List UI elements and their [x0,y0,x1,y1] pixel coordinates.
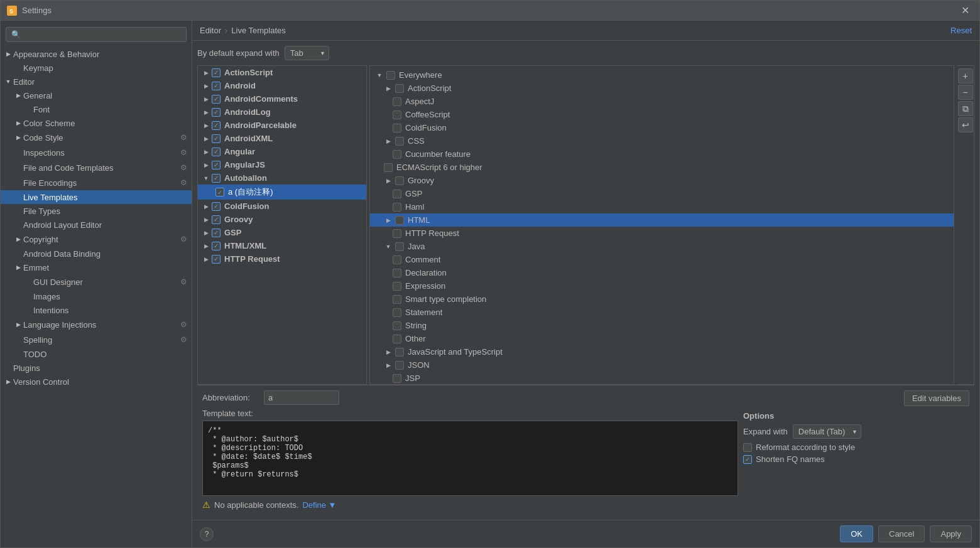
template-group-autoballon[interactable]: ▼ Autoballon [198,171,366,185]
context-item-jsp[interactable]: JSP [370,372,954,384]
apply-button[interactable]: Apply [930,525,972,542]
sidebar-item-gui-designer[interactable]: GUI Designer ⚙ [1,274,192,289]
context-checkbox[interactable] [395,176,404,185]
group-checkbox[interactable] [212,95,220,104]
context-checkbox[interactable] [393,321,401,330]
sidebar-item-emmet[interactable]: ▶ Emmet [1,261,192,274]
context-item-smart-type[interactable]: Smart type completion [370,293,954,306]
template-group-htmlxml[interactable]: ▶ HTML/XML [198,239,366,252]
context-item-expression[interactable]: Expression [370,279,954,293]
context-checkbox[interactable] [386,71,395,80]
template-group-coldfusion[interactable]: ▶ ColdFusion [198,200,366,213]
context-checkbox[interactable] [393,255,401,264]
sidebar-item-plugins[interactable]: Plugins [1,361,192,375]
expand-with-dropdown[interactable]: Default (Tab) [793,424,861,439]
add-button[interactable]: + [958,68,973,83]
context-item-html[interactable]: ▶ HTML [370,213,954,227]
context-checkbox[interactable] [395,137,404,146]
context-checkbox[interactable] [393,150,401,159]
sidebar-item-font[interactable]: Font [1,102,192,116]
sidebar-item-code-style[interactable]: ▶ Code Style ⚙ [1,130,192,145]
item-checkbox[interactable] [215,188,224,196]
context-checkbox[interactable] [393,190,401,198]
context-item-javascript-typescript[interactable]: ▶ JavaScript and TypeScript [370,345,954,358]
context-item-css[interactable]: ▶ CSS [370,134,954,148]
group-checkbox[interactable] [212,215,220,224]
reformat-checkbox[interactable] [743,443,752,452]
group-checkbox[interactable] [212,68,220,77]
sidebar-item-inspections[interactable]: Inspections ⚙ [1,145,192,160]
context-item-haml[interactable]: Haml [370,200,954,213]
template-group-android[interactable]: ▶ Android [198,79,366,92]
context-checkbox[interactable] [393,229,401,238]
help-button[interactable]: ? [200,527,214,541]
group-checkbox[interactable] [212,108,220,117]
ok-button[interactable]: OK [840,525,873,542]
sidebar-item-file-code-templates[interactable]: File and Code Templates ⚙ [1,160,192,175]
context-item-aspectj[interactable]: AspectJ [370,95,954,108]
sidebar-item-keymap[interactable]: Keymap [1,61,192,75]
context-checkbox[interactable] [395,348,404,357]
context-checkbox[interactable] [395,84,404,93]
sidebar-item-file-encodings[interactable]: File Encodings ⚙ [1,175,192,190]
undo-button[interactable]: ↩ [958,117,973,132]
cancel-button[interactable]: Cancel [878,525,925,542]
sidebar-item-file-types[interactable]: File Types [1,204,192,218]
context-item-cucumber[interactable]: Cucumber feature [370,148,954,161]
define-link[interactable]: Define ▼ [302,500,336,510]
context-item-java[interactable]: ▼ Java [370,240,954,253]
group-checkbox[interactable] [212,255,220,264]
context-checkbox[interactable] [393,203,401,212]
template-item-autoballon-a[interactable]: a (自动注释) [198,185,366,200]
copy-button[interactable]: ⧉ [958,101,973,116]
template-group-androidlog[interactable]: ▶ AndroidLog [198,105,366,119]
context-checkbox[interactable] [393,308,401,317]
expand-dropdown[interactable]: Tab Enter Space [285,46,329,60]
abbreviation-input[interactable] [264,390,339,405]
context-item-coldfusion[interactable]: ColdFusion [370,121,954,134]
context-item-comment[interactable]: Comment [370,253,954,266]
context-item-ecmascript[interactable]: ECMAScript 6 or higher [370,161,954,174]
context-item-gsp[interactable]: GSP [370,187,954,200]
sidebar-item-editor[interactable]: ▼ Editor [1,75,192,89]
sidebar-item-android-layout-editor[interactable]: Android Layout Editor [1,218,192,232]
context-checkbox[interactable] [393,282,401,291]
group-checkbox[interactable] [212,121,220,130]
group-checkbox[interactable] [212,148,220,156]
group-checkbox[interactable] [212,134,220,143]
sidebar-item-color-scheme[interactable]: ▶ Color Scheme [1,116,192,130]
template-group-gsp[interactable]: ▶ GSP [198,226,366,239]
template-group-groovy[interactable]: ▶ Groovy [198,213,366,226]
sidebar-item-todo[interactable]: TODO [1,347,192,361]
sidebar-item-spelling[interactable]: Spelling ⚙ [1,332,192,347]
context-checkbox[interactable] [395,361,404,370]
sidebar-item-images[interactable]: Images [1,289,192,303]
sidebar-item-android-data-binding[interactable]: Android Data Binding [1,247,192,261]
group-checkbox[interactable] [212,202,220,211]
context-checkbox[interactable] [393,374,401,383]
context-item-declaration[interactable]: Declaration [370,266,954,279]
template-group-angularjs[interactable]: ▶ AngularJS [198,158,366,171]
context-checkbox[interactable] [393,269,401,277]
edit-variables-button[interactable]: Edit variables [904,390,969,406]
context-item-string[interactable]: String [370,319,954,332]
context-item-other[interactable]: Other [370,332,954,345]
shorten-fq-checkbox[interactable] [743,455,752,464]
sidebar-item-general[interactable]: ▶ General [1,89,192,102]
template-code-editor[interactable]: /** * @author: $author$ * @description: … [202,421,738,496]
context-item-httprequest[interactable]: HTTP Request [370,227,954,240]
context-item-actionscript[interactable]: ▶ ActionScript [370,82,954,95]
reset-button[interactable]: Reset [950,26,972,35]
group-checkbox[interactable] [212,82,220,90]
template-group-androidcomments[interactable]: ▶ AndroidComments [198,92,366,105]
close-button[interactable]: ✕ [957,3,973,18]
group-checkbox[interactable] [212,174,220,183]
group-checkbox[interactable] [212,228,220,237]
context-checkbox[interactable] [395,216,404,225]
remove-button[interactable]: − [958,85,973,100]
context-item-statement[interactable]: Statement [370,306,954,319]
template-group-angular[interactable]: ▶ Angular [198,145,366,158]
context-checkbox[interactable] [393,124,401,132]
sidebar-item-appearance[interactable]: ▶ Appearance & Behavior [1,47,192,61]
sidebar-item-intentions[interactable]: Intentions [1,303,192,317]
